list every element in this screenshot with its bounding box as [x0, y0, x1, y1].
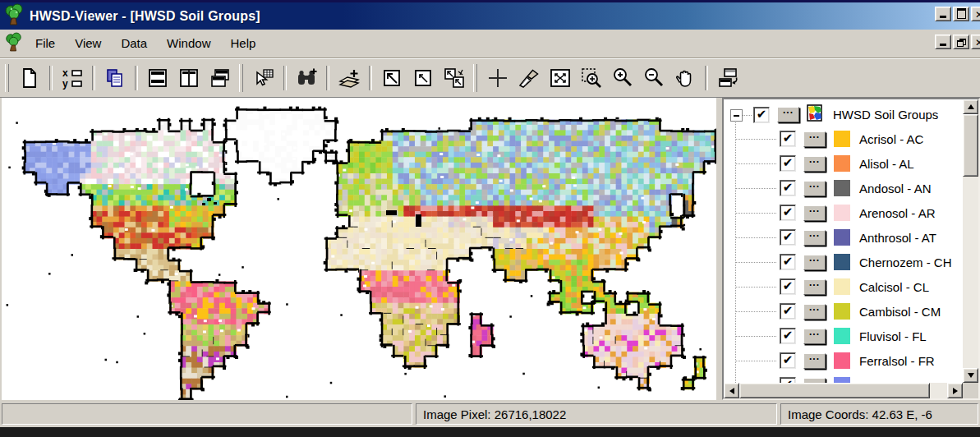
zoom-in-button[interactable]: [607, 62, 638, 94]
check-icon: ✔: [783, 282, 794, 290]
legend-item-checkbox[interactable]: ✔: [780, 303, 796, 320]
legend-item-checkbox[interactable]: ✔: [780, 155, 796, 172]
scroll-right-button[interactable]: [947, 383, 963, 398]
legend-item-cambisol[interactable]: ✔...Cambisol - CM: [724, 299, 963, 324]
menu-file[interactable]: File: [25, 33, 65, 53]
legend-root-row[interactable]: ✔ ... HWSD Soil Groups: [724, 103, 963, 126]
xy-data-button[interactable]: xy: [57, 62, 88, 94]
menu-help[interactable]: Help: [220, 33, 265, 53]
legend-vertical-scrollbar[interactable]: [963, 99, 978, 383]
menu-view[interactable]: View: [65, 33, 111, 53]
legend-item-alisol[interactable]: ✔...Alisol - AL: [724, 151, 963, 176]
legend-item-checkbox[interactable]: ✔: [780, 352, 796, 369]
tree-connector: [735, 213, 776, 214]
toolbar-separator: [369, 66, 372, 90]
vertical-scroll-thumb[interactable]: [963, 114, 978, 177]
legend-item-label: Arenosol - AR: [859, 206, 936, 220]
status-bar: Image Pixel: 26716,18022 Image Coords: 4…: [0, 400, 980, 427]
legend-item-partial[interactable]: ✔...: [724, 373, 963, 383]
main-area: ✔ ... HWSD Soil Groups ✔...Acrisol - AC✔…: [0, 98, 980, 400]
legend-horizontal-scrollbar[interactable]: [724, 383, 963, 398]
legend-item-options-button[interactable]: ...: [803, 131, 826, 147]
minimize-button[interactable]: [935, 7, 951, 21]
title-bar: HWSD-Viewer - [HWSD Soil Groups] ✕: [0, 2, 980, 30]
paintbrush-button[interactable]: [513, 62, 545, 94]
shrink-image-alt-button[interactable]: [407, 62, 439, 94]
legend-item-options-button[interactable]: ...: [803, 279, 826, 295]
legend-color-swatch: [834, 131, 850, 147]
legend-item-options-button[interactable]: ...: [803, 353, 826, 369]
legend-item-fluvisol[interactable]: ✔...Fluvisol - FL: [724, 324, 963, 348]
legend-item-checkbox[interactable]: ✔: [780, 377, 796, 383]
export-view-button[interactable]: [712, 62, 743, 94]
maximize-button[interactable]: [953, 7, 969, 21]
shrink-image-button[interactable]: [376, 62, 407, 94]
legend-root-options-button[interactable]: ...: [777, 107, 799, 122]
menu-data[interactable]: Data: [111, 33, 157, 53]
swap-images-button[interactable]: [439, 62, 470, 94]
panel-splitter[interactable]: [716, 98, 722, 400]
legend-item-arenosol[interactable]: ✔...Arenosol - AR: [724, 200, 963, 225]
menu-window[interactable]: Window: [157, 33, 220, 53]
toolbar-grip[interactable]: [473, 64, 477, 92]
map-view[interactable]: [2, 98, 716, 400]
legend-item-options-button[interactable]: ...: [803, 329, 826, 344]
cascade-windows-button[interactable]: [205, 62, 236, 94]
zoom-to-area-button[interactable]: [576, 62, 607, 94]
legend-item-andosol[interactable]: ✔...Andosol - AN: [724, 176, 963, 200]
check-icon: ✔: [757, 110, 767, 118]
svg-text:x: x: [62, 67, 68, 79]
child-window-tree-icon[interactable]: [5, 32, 22, 55]
pan-button[interactable]: [669, 62, 701, 94]
legend-item-ferralsol[interactable]: ✔...Ferralsol - FR: [724, 348, 963, 373]
add-layer-button[interactable]: [334, 62, 365, 94]
legend-item-checkbox[interactable]: ✔: [780, 229, 796, 246]
copy-button[interactable]: [99, 62, 131, 94]
legend-item-options-button[interactable]: ...: [803, 181, 826, 196]
collapse-toggle[interactable]: [730, 109, 743, 122]
scroll-up-button[interactable]: [963, 99, 978, 114]
legend-root-checkbox[interactable]: ✔: [753, 107, 770, 123]
legend-item-options-button[interactable]: ...: [803, 230, 826, 246]
select-pointer-button[interactable]: [248, 62, 279, 94]
legend-item-options-button[interactable]: ...: [803, 205, 826, 221]
legend-item-chernozem[interactable]: ✔...Chernozem - CH: [724, 250, 963, 274]
zoom-out-icon: [642, 67, 665, 90]
toolbar-grip[interactable]: [239, 64, 243, 92]
legend-item-checkbox[interactable]: ✔: [780, 254, 796, 270]
legend-item-calcisol[interactable]: ✔...Calcisol - CL: [724, 274, 963, 299]
child-close-button[interactable]: ✕: [971, 34, 980, 49]
legend-item-checkbox[interactable]: ✔: [780, 131, 796, 147]
tree-connector: [735, 336, 776, 337]
legend-item-anthrosol[interactable]: ✔...Anthrosol - AT: [724, 225, 963, 250]
find-icon: [295, 67, 318, 90]
legend-item-checkbox[interactable]: ✔: [780, 278, 796, 295]
close-button[interactable]: ✕: [971, 7, 980, 21]
check-icon: ✔: [783, 257, 794, 265]
child-minimize-button[interactable]: [935, 34, 951, 49]
fit-to-window-button[interactable]: [545, 62, 576, 94]
horizontal-scroll-thumb[interactable]: [739, 383, 930, 398]
legend-item-checkbox[interactable]: ✔: [780, 180, 796, 196]
legend-item-checkbox[interactable]: ✔: [780, 328, 796, 344]
legend-color-swatch: [834, 229, 850, 246]
find-button[interactable]: [291, 62, 322, 94]
child-restore-icon: [957, 39, 966, 47]
scroll-left-button[interactable]: [724, 383, 739, 398]
child-restore-button[interactable]: [953, 34, 969, 49]
world-soil-map[interactable]: [2, 98, 716, 400]
legend-item-acrisol[interactable]: ✔...Acrisol - AC: [724, 126, 963, 151]
toolbar-grip[interactable]: [5, 64, 9, 92]
window-title: HWSD-Viewer - [HWSD Soil Groups]: [30, 9, 260, 24]
crosshair-button[interactable]: [482, 62, 513, 94]
zoom-out-button[interactable]: [638, 62, 669, 94]
new-document-button[interactable]: [14, 62, 45, 94]
legend-item-checkbox[interactable]: ✔: [780, 205, 796, 221]
legend-item-options-button[interactable]: ...: [803, 304, 826, 320]
legend-item-options-button[interactable]: ...: [803, 156, 826, 172]
fit-to-window-icon: [549, 67, 572, 90]
legend-item-options-button[interactable]: ...: [803, 255, 826, 270]
tile-vertical-button[interactable]: [173, 62, 205, 94]
scroll-down-button[interactable]: [963, 368, 978, 383]
tile-horizontal-button[interactable]: [142, 62, 173, 94]
